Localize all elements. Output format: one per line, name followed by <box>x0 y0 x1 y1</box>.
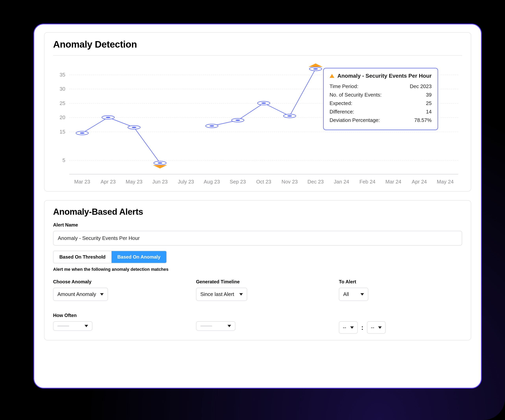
placeholder-dash <box>57 326 69 326</box>
y-tick-label: 20 <box>60 114 65 120</box>
time-label <box>339 313 462 318</box>
to-alert-field: To Alert All <box>339 279 462 301</box>
x-tick-label: Jan 24 <box>328 179 354 185</box>
svg-point-15 <box>287 115 292 117</box>
svg-point-1 <box>80 132 85 134</box>
time-separator: : <box>361 324 363 331</box>
screen: Anomaly Detection 51520253035 Anomaly - … <box>33 24 482 389</box>
how-often-field: How Often <box>53 313 177 334</box>
how-often-select[interactable] <box>53 321 92 331</box>
time-hour-value: -- <box>343 325 346 331</box>
anomaly-alerts-card: Anomaly-Based Alerts Alert Name Based On… <box>44 200 471 340</box>
choose-anomaly-value: Amount Anomaly <box>57 291 96 297</box>
tooltip-row: Expected:25 <box>330 99 432 107</box>
time-minute-value: -- <box>371 325 374 331</box>
how-often-select-2[interactable] <box>196 321 235 331</box>
time-hour-select[interactable]: -- <box>339 321 358 334</box>
to-alert-select[interactable]: All <box>339 288 368 301</box>
y-tick-label: 15 <box>60 129 65 135</box>
tooltip-row: Time Period:Dec 2023 <box>330 82 432 91</box>
chevron-down-icon <box>378 326 382 329</box>
x-tick-label: May 23 <box>121 179 147 185</box>
chart-x-labels: Mar 23Apr 23May 23Jun 23July 23Aug 23Sep… <box>69 179 458 185</box>
svg-point-11 <box>235 119 240 121</box>
x-tick-label: Apr 24 <box>406 179 432 185</box>
device-frame: Anomaly Detection 51520253035 Anomaly - … <box>0 0 505 420</box>
x-tick-label: Sep 23 <box>225 179 251 185</box>
x-tick-label: Dec 23 <box>303 179 328 185</box>
x-tick-label: July 23 <box>173 179 199 185</box>
tooltip-row: No. of Security Events:39 <box>330 91 432 99</box>
svg-marker-23 <box>309 63 322 67</box>
svg-point-3 <box>106 117 111 118</box>
chevron-down-icon <box>239 293 243 295</box>
alert-name-label: Alert Name <box>53 222 462 228</box>
y-tick-label: 30 <box>60 86 65 92</box>
x-tick-label: Apr 23 <box>95 179 121 185</box>
to-alert-value: All <box>343 291 349 297</box>
x-tick-label: Nov 23 <box>277 179 303 185</box>
placeholder-dash <box>200 326 212 326</box>
chart-y-axis: 51520253035 <box>53 60 69 174</box>
chevron-down-icon <box>85 325 88 327</box>
anomaly-detection-card: Anomaly Detection 51520253035 Anomaly - … <box>44 32 471 192</box>
to-alert-label: To Alert <box>339 279 462 284</box>
chart-tooltip: Anomaly - Security Events Per HourTime P… <box>323 68 438 130</box>
choose-anomaly-label: Choose Anomaly <box>53 279 177 284</box>
tooltip-row: Difference:14 <box>330 107 432 116</box>
alert-basis-segmented: Based On Threshold Based On Anomaly <box>53 251 167 263</box>
chevron-down-icon <box>350 326 354 329</box>
svg-point-13 <box>261 102 266 104</box>
time-field: -- : -- <box>339 313 462 334</box>
svg-point-9 <box>209 125 214 127</box>
chevron-down-icon <box>100 293 104 295</box>
generated-timeline-field: Generated Timeline Since last Alert <box>196 279 319 301</box>
x-tick-label: Feb 24 <box>354 179 380 185</box>
chart-plot-area[interactable]: 51520253035 Anomaly - Security Events Pe… <box>69 60 458 174</box>
anomaly-detection-title: Anomaly Detection <box>53 39 462 50</box>
y-tick-label: 5 <box>63 157 65 163</box>
svg-point-5 <box>132 127 137 128</box>
chart-wrap: 51520253035 Anomaly - Security Events Pe… <box>53 60 462 185</box>
x-tick-label: Mar 24 <box>380 179 406 185</box>
x-tick-label: Oct 23 <box>251 179 277 185</box>
x-tick-label: Mar 23 <box>69 179 95 185</box>
based-on-anomaly-button[interactable]: Based On Anomaly <box>112 251 166 263</box>
alerts-card-title: Anomaly-Based Alerts <box>53 207 462 217</box>
svg-marker-22 <box>153 165 167 168</box>
warning-icon <box>330 74 334 78</box>
tooltip-title-text: Anomaly - Security Events Per Hour <box>337 73 432 79</box>
alert-name-input[interactable] <box>53 231 462 246</box>
choose-anomaly-field: Choose Anomaly Amount Anomaly <box>53 279 177 301</box>
alert-helper-text: Alert me when the following anomaly dete… <box>53 267 462 272</box>
generated-timeline-label: Generated Timeline <box>196 279 319 284</box>
alert-form-grid: Choose Anomaly Amount Anomaly Generated … <box>53 279 462 334</box>
how-often-label-2 <box>196 313 319 318</box>
svg-point-17 <box>313 68 318 70</box>
generated-timeline-select[interactable]: Since last Alert <box>196 288 247 301</box>
y-tick-label: 35 <box>60 72 65 78</box>
chevron-down-icon <box>360 293 364 295</box>
time-minute-select[interactable]: -- <box>367 321 386 334</box>
chevron-down-icon <box>227 325 231 327</box>
x-tick-label: Aug 23 <box>199 179 225 185</box>
svg-point-7 <box>158 163 162 164</box>
choose-anomaly-select[interactable]: Amount Anomaly <box>53 288 108 301</box>
how-often-field-2 <box>196 313 319 334</box>
based-on-threshold-button[interactable]: Based On Threshold <box>53 251 112 263</box>
how-often-label: How Often <box>53 313 177 318</box>
x-tick-label: Jun 23 <box>147 179 173 185</box>
x-tick-label: May 24 <box>432 179 458 185</box>
y-tick-label: 25 <box>60 100 65 106</box>
generated-timeline-value: Since last Alert <box>200 291 234 297</box>
divider <box>53 55 462 56</box>
tooltip-row: Deviation Percentage:78.57% <box>330 116 432 125</box>
